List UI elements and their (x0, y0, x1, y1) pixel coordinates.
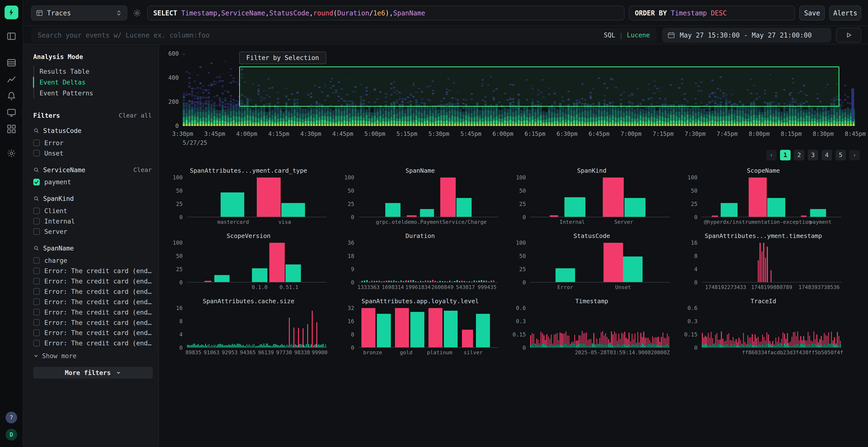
bar (251, 346, 252, 347)
filter-option-server[interactable]: Server (33, 227, 153, 237)
filter-option-error-the-credit-card-end[interactable]: Error: The credit card (end… (33, 328, 153, 338)
filter-option-error-the-credit-card-end[interactable]: Error: The credit card (end… (33, 338, 153, 348)
bar (204, 346, 205, 347)
filter-option-error-the-credit-card-end[interactable]: Error: The credit card (end… (33, 266, 153, 276)
page-button-5[interactable]: 5 (835, 150, 846, 161)
bar (649, 344, 650, 347)
more-filters-button[interactable]: More filters (33, 367, 153, 378)
x-tick-label: 94365 (240, 349, 256, 355)
checkbox[interactable] (33, 179, 40, 185)
checkbox[interactable] (33, 208, 40, 214)
bar (648, 344, 649, 347)
bar (662, 332, 663, 347)
page-button-2[interactable]: 2 (794, 150, 804, 161)
bar (669, 346, 669, 347)
checkbox[interactable] (33, 257, 40, 264)
filter-option-charge[interactable]: charge (33, 255, 153, 266)
search-logs-icon[interactable] (7, 58, 16, 67)
lucene-toggle[interactable]: Lucene (627, 31, 650, 39)
sql-select-input[interactable]: SELECT Timestamp,ServiceName,StatusCode,… (147, 5, 624, 21)
alerts-button[interactable]: Alerts (829, 5, 861, 21)
filter-option-unset[interactable]: Unset (33, 148, 153, 159)
settings-gear-icon[interactable] (7, 148, 16, 158)
bar (602, 344, 603, 347)
bar (564, 344, 565, 347)
page-button-3[interactable]: 3 (808, 150, 818, 161)
heatmap-y-tick: 600 (160, 50, 179, 57)
order-by-input[interactable]: ORDER BY Timestamp DESC (629, 5, 795, 21)
help-button[interactable]: ? (5, 412, 17, 423)
bar (607, 345, 607, 347)
checkbox[interactable] (33, 340, 40, 347)
dashboards-icon[interactable] (7, 108, 16, 117)
bar (664, 346, 665, 347)
bar (573, 344, 574, 347)
filter-by-selection-button[interactable]: Filter by Selection (239, 51, 326, 64)
filter-option-payment[interactable]: payment (33, 177, 153, 187)
time-range-picker[interactable]: May 27 15:30:00 - May 27 21:00:00 (662, 28, 832, 43)
page-next-button[interactable]: › (849, 150, 860, 161)
checkbox[interactable] (33, 330, 40, 336)
filter-option-error-the-credit-card-end[interactable]: Error: The credit card (end… (33, 297, 153, 307)
chart-x-axis: bronzegoldplatinumsilver (359, 349, 498, 357)
analysis-mode-event-deltas[interactable]: Event Deltas (33, 77, 153, 88)
user-avatar[interactable]: D (5, 429, 17, 440)
heatmap-selection-rect[interactable] (239, 66, 839, 107)
bar (423, 281, 424, 282)
source-settings-gear-icon[interactable] (133, 9, 141, 17)
checkbox[interactable] (33, 150, 40, 157)
filter-option-error-the-credit-card-end[interactable]: Error: The credit card (end… (33, 307, 153, 317)
alerts-bell-icon[interactable] (7, 91, 16, 101)
source-selector[interactable]: Traces (31, 5, 127, 21)
collapse-panel-icon[interactable] (7, 32, 16, 41)
sql-toggle[interactable]: SQL (604, 31, 615, 39)
checkbox[interactable] (33, 288, 40, 295)
bar (840, 344, 841, 347)
chart-plot-area (359, 308, 498, 348)
x-tick-label: ff860334facdb23d3f430ff5b5050f4f (742, 349, 843, 355)
clear-filter-link[interactable]: Clear (133, 166, 153, 173)
chart-explorer-icon[interactable] (7, 75, 16, 84)
bar (610, 343, 610, 347)
bar (554, 345, 555, 347)
bar (616, 333, 616, 347)
app-logo[interactable] (5, 5, 18, 19)
bar (284, 345, 285, 347)
analysis-mode-title: Analysis Mode (33, 53, 153, 61)
page-button-4[interactable]: 4 (822, 150, 832, 161)
show-more-link[interactable]: Show more (33, 352, 153, 359)
clear-all-link[interactable]: Clear all (119, 112, 153, 119)
chart-plot-area (359, 243, 498, 282)
x-tick-label: Unset (615, 284, 631, 290)
filter-option-error[interactable]: Error (33, 138, 153, 148)
checkbox[interactable] (33, 278, 40, 285)
checkbox[interactable] (33, 309, 40, 315)
y-tick-label: 16 (176, 305, 183, 311)
save-button[interactable]: Save (799, 5, 825, 21)
checkbox[interactable] (33, 319, 40, 326)
analysis-mode-results-table[interactable]: Results Table (33, 66, 153, 77)
filter-option-internal[interactable]: Internal (33, 216, 153, 227)
bar (658, 346, 659, 347)
bar (391, 281, 392, 282)
filter-option-error-the-credit-card-end[interactable]: Error: The credit card (end… (33, 317, 153, 328)
checkbox[interactable] (33, 299, 40, 305)
checkbox[interactable] (33, 218, 40, 225)
checkbox[interactable] (33, 268, 40, 274)
filter-option-client[interactable]: Client (33, 206, 153, 216)
page-prev-button[interactable]: ‹ (766, 150, 777, 161)
services-grid-icon[interactable] (7, 124, 16, 134)
page-button-1[interactable]: 1 (780, 150, 790, 161)
filter-option-error-the-credit-card-end[interactable]: Error: The credit card (end… (33, 286, 153, 297)
search-input[interactable]: Search your events w/ Lucene ex. column:… (31, 28, 656, 43)
y-tick-label: 100 (173, 240, 183, 246)
filter-option-error-the-credit-card-end[interactable]: Error: The credit card (end… (33, 276, 153, 286)
checkbox[interactable] (33, 139, 40, 146)
bar (307, 324, 308, 347)
bar (430, 281, 431, 282)
bar (781, 344, 782, 347)
analysis-mode-event-patterns[interactable]: Event Patterns (33, 88, 153, 99)
bar (545, 345, 546, 347)
checkbox[interactable] (33, 228, 40, 235)
run-query-button[interactable] (836, 28, 862, 43)
